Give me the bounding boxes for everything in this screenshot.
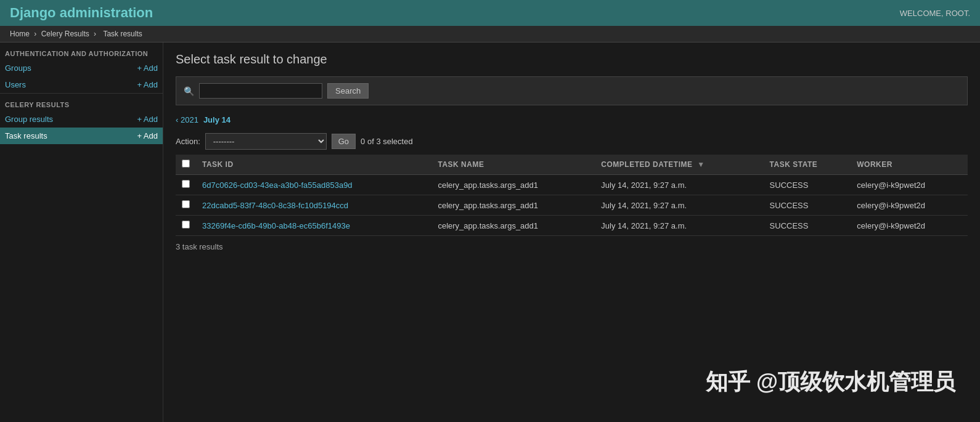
row-task-state: SUCCESS xyxy=(764,195,851,216)
sidebar: AUTHENTICATION AND AUTHORIZATION Groups … xyxy=(0,43,163,422)
row-checkbox-0[interactable] xyxy=(182,180,190,188)
page-title: Select task result to change xyxy=(176,52,968,67)
groups-link[interactable]: Groups xyxy=(5,63,31,73)
breadcrumb-section[interactable]: Celery Results xyxy=(41,30,89,38)
col-completed-datetime[interactable]: COMPLETED DATETIME ▼ xyxy=(595,155,763,175)
header: Django administration WELCOME, ROOT. xyxy=(0,0,980,26)
table-row: 33269f4e-cd6b-49b0-ab48-ec65b6f1493e cel… xyxy=(176,216,968,236)
row-checkbox-cell[interactable] xyxy=(176,195,196,216)
results-table: TASK ID TASK NAME COMPLETED DATETIME ▼ T… xyxy=(176,155,968,236)
row-completed-datetime: July 14, 2021, 9:27 a.m. xyxy=(595,175,763,195)
table-header-row: TASK ID TASK NAME COMPLETED DATETIME ▼ T… xyxy=(176,155,968,175)
task-id-link-2[interactable]: 33269f4e-cd6b-49b0-ab48-ec65b6f1493e xyxy=(202,221,350,230)
group-results-link[interactable]: Group results xyxy=(5,115,53,124)
row-worker: celery@i-k9pwet2d xyxy=(851,195,968,216)
sidebar-item-task-results: Task results + Add xyxy=(0,128,163,144)
row-worker: celery@i-k9pwet2d xyxy=(851,175,968,195)
sort-arrow-icon: ▼ xyxy=(697,160,704,169)
search-icon: 🔍 xyxy=(184,86,194,96)
breadcrumb: Home › Celery Results › Task results xyxy=(0,26,980,43)
date-current: July 14 xyxy=(203,115,231,124)
users-add-link[interactable]: + Add xyxy=(137,80,158,89)
celery-section-title: CELERY RESULTS xyxy=(0,93,163,111)
row-task-name: celery_app.tasks.args_add1 xyxy=(431,216,595,236)
result-count: 3 task results xyxy=(176,236,968,258)
row-checkbox-cell[interactable] xyxy=(176,175,196,195)
select-all-header[interactable] xyxy=(176,155,196,175)
search-button[interactable]: Search xyxy=(327,83,369,99)
group-results-add-link[interactable]: + Add xyxy=(137,115,158,124)
sidebar-item-group-results: Group results + Add xyxy=(0,111,163,128)
task-results-link[interactable]: Task results xyxy=(5,131,47,140)
main-content: Select task result to change 🔍 Search ‹ … xyxy=(163,43,980,422)
row-checkbox-1[interactable] xyxy=(182,200,190,208)
search-bar: 🔍 Search xyxy=(176,76,968,105)
col-task-state[interactable]: TASK STATE xyxy=(764,155,851,175)
row-worker: celery@i-k9pwet2d xyxy=(851,216,968,236)
row-completed-datetime: July 14, 2021, 9:27 a.m. xyxy=(595,216,763,236)
col-worker[interactable]: WORKER xyxy=(851,155,968,175)
row-task-name: celery_app.tasks.args_add1 xyxy=(431,175,595,195)
action-go-button[interactable]: Go xyxy=(332,134,356,149)
row-task-state: SUCCESS xyxy=(764,216,851,236)
selected-count: 0 of 3 selected xyxy=(361,137,413,146)
row-task-id[interactable]: 33269f4e-cd6b-49b0-ab48-ec65b6f1493e xyxy=(196,216,431,236)
user-greeting: WELCOME, ROOT. xyxy=(900,9,970,18)
task-id-link-1[interactable]: 22dcabd5-83f7-48c0-8c38-fc10d5194ccd xyxy=(202,201,348,210)
users-link[interactable]: Users xyxy=(5,80,26,89)
sidebar-item-groups: Groups + Add xyxy=(0,60,163,76)
task-results-add-link[interactable]: + Add xyxy=(137,131,158,140)
sidebar-item-users: Users + Add xyxy=(0,76,163,93)
row-task-state: SUCCESS xyxy=(764,175,851,195)
row-checkbox-cell[interactable] xyxy=(176,216,196,236)
row-task-name: celery_app.tasks.args_add1 xyxy=(431,195,595,216)
table-row: 6d7c0626-cd03-43ea-a3b0-fa55ad853a9d cel… xyxy=(176,175,968,195)
layout: AUTHENTICATION AND AUTHORIZATION Groups … xyxy=(0,43,980,422)
site-title: Django administration xyxy=(10,5,153,21)
breadcrumb-home[interactable]: Home xyxy=(10,30,30,38)
row-completed-datetime: July 14, 2021, 9:27 a.m. xyxy=(595,195,763,216)
table-row: 22dcabd5-83f7-48c0-8c38-fc10d5194ccd cel… xyxy=(176,195,968,216)
action-label: Action: xyxy=(176,137,200,146)
row-task-id[interactable]: 6d7c0626-cd03-43ea-a3b0-fa55ad853a9d xyxy=(196,175,431,195)
groups-add-link[interactable]: + Add xyxy=(137,63,158,73)
select-all-checkbox[interactable] xyxy=(182,160,190,168)
col-task-name[interactable]: TASK NAME xyxy=(431,155,595,175)
row-checkbox-2[interactable] xyxy=(182,221,190,229)
action-select[interactable]: -------- Delete selected task results xyxy=(205,133,327,150)
auth-section-title: AUTHENTICATION AND AUTHORIZATION xyxy=(0,43,163,60)
col-task-id[interactable]: TASK ID xyxy=(196,155,431,175)
search-input[interactable] xyxy=(199,83,322,99)
date-back-link[interactable]: ‹ 2021 xyxy=(176,115,198,124)
breadcrumb-current: Task results xyxy=(103,30,142,38)
task-id-link-0[interactable]: 6d7c0626-cd03-43ea-a3b0-fa55ad853a9d xyxy=(202,181,353,190)
row-task-id[interactable]: 22dcabd5-83f7-48c0-8c38-fc10d5194ccd xyxy=(196,195,431,216)
date-nav: ‹ 2021 July 14 xyxy=(176,113,968,127)
action-bar: Action: -------- Delete selected task re… xyxy=(176,133,968,150)
